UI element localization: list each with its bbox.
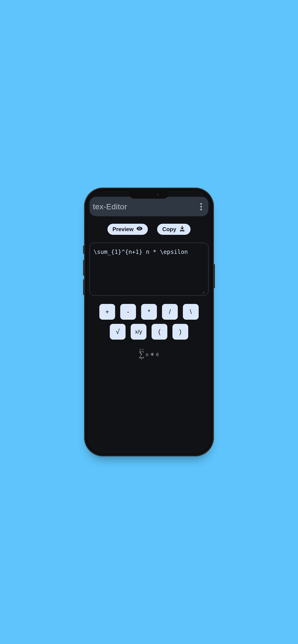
app-title: tex-Editor — [93, 202, 127, 211]
sigma-operator: n+1 ∑ 1 — [139, 348, 144, 360]
key-backslash[interactable]: \ — [183, 304, 199, 320]
eye-icon — [136, 225, 143, 233]
tex-input[interactable]: \sum_{1}^{n+1} n * \epsilon — [90, 243, 208, 296]
copy-button-label: Copy — [162, 226, 176, 232]
key-multiply[interactable]: * — [141, 304, 157, 320]
resize-grip-icon — [201, 291, 205, 294]
preview-button-label: Preview — [113, 226, 134, 232]
key-fraction[interactable]: x/y — [131, 324, 146, 340]
toolbar: Preview Copy — [87, 223, 211, 235]
sigma-lower-bound: 1 — [141, 358, 142, 360]
formula-body: n ∗ ϵ — [146, 351, 159, 358]
notch — [129, 191, 169, 199]
volume-up-button — [83, 260, 84, 276]
key-open-paren[interactable]: ( — [152, 324, 167, 340]
mute-switch — [83, 246, 84, 254]
power-button — [214, 264, 215, 288]
svg-rect-0 — [180, 230, 184, 231]
formula: n+1 ∑ 1 n ∗ ϵ — [139, 348, 159, 360]
editor-container: \sum_{1}^{n+1} n * \epsilon — [90, 243, 208, 296]
key-divide[interactable]: / — [162, 304, 178, 320]
key-minus[interactable]: - — [120, 304, 136, 320]
rendered-preview: n+1 ∑ 1 n ∗ ϵ — [87, 348, 211, 360]
svg-rect-2 — [182, 231, 183, 232]
svg-rect-3 — [183, 231, 184, 232]
key-close-paren[interactable]: ) — [172, 324, 188, 340]
download-icon — [179, 225, 185, 233]
key-sqrt[interactable]: √ — [110, 324, 126, 340]
key-plus[interactable]: + — [99, 304, 115, 320]
more-menu-button[interactable] — [198, 203, 204, 210]
symbol-keypad: + - * / \ √ x/y ( ) — [87, 304, 211, 340]
phone-frame: tex-Editor Preview Copy \sum_{1}^{n+1 — [84, 188, 214, 456]
volume-down-button — [83, 279, 84, 295]
svg-rect-1 — [180, 231, 181, 232]
key-row-1: + - * / \ — [99, 304, 199, 320]
preview-button[interactable]: Preview — [107, 223, 149, 235]
sigma-icon: ∑ — [139, 350, 144, 358]
copy-button[interactable]: Copy — [157, 223, 191, 235]
key-row-2: √ x/y ( ) — [110, 324, 188, 340]
screen: tex-Editor Preview Copy \sum_{1}^{n+1 — [87, 191, 211, 453]
app-bar: tex-Editor — [90, 197, 208, 216]
